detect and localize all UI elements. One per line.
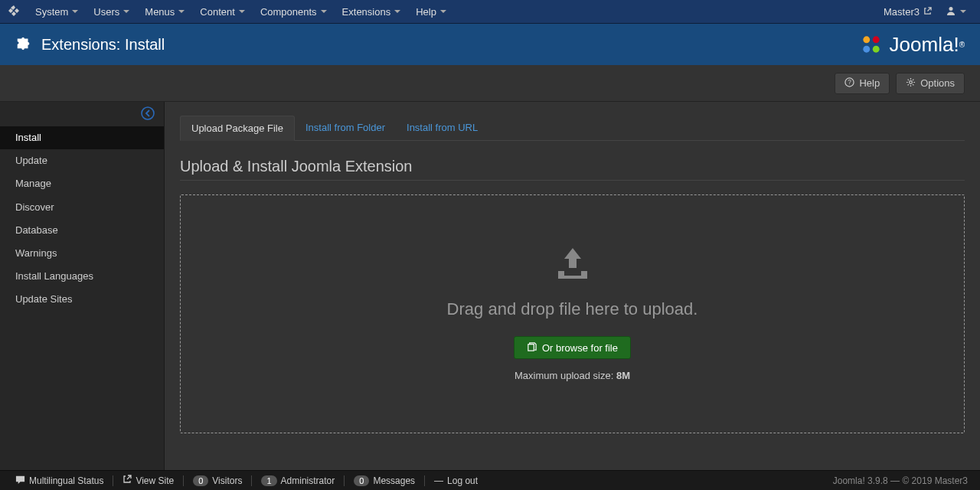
svg-point-8 [142, 107, 154, 119]
help-icon: ? [844, 77, 854, 90]
svg-point-2 [872, 36, 879, 43]
max-upload-size: Maximum upload size: 8M [514, 370, 630, 381]
footer-multilingual[interactable]: Multilingual Status [9, 475, 109, 487]
footer-administrator[interactable]: 1Administrator [255, 475, 341, 486]
sidebar-item-install[interactable]: Install [0, 126, 164, 149]
user-icon [946, 5, 956, 18]
site-link[interactable]: Master3 [884, 6, 932, 18]
browse-button[interactable]: Or browse for file [514, 336, 631, 359]
menu-users[interactable]: Users [86, 6, 137, 18]
svg-point-4 [872, 46, 879, 53]
upload-icon [554, 247, 592, 283]
tabs: Upload Package FileInstall from FolderIn… [180, 116, 965, 141]
svg-point-1 [863, 36, 870, 43]
user-menu[interactable] [939, 5, 972, 18]
external-link-icon [923, 6, 932, 18]
sidebar-item-install-languages[interactable]: Install Languages [0, 265, 164, 288]
footer-visitors[interactable]: 0Visitors [187, 475, 248, 486]
sidebar: InstallUpdateManageDiscoverDatabaseWarni… [0, 102, 165, 470]
sidebar-item-update-sites[interactable]: Update Sites [0, 288, 164, 311]
menu-help[interactable]: Help [408, 6, 454, 18]
svg-point-0 [949, 7, 953, 11]
upload-dropzone[interactable]: Drag and drop file here to upload. Or br… [180, 194, 965, 433]
tab-install-from-folder[interactable]: Install from Folder [295, 116, 396, 140]
external-link-icon [122, 475, 132, 486]
footer-logout[interactable]: — Log out [428, 475, 484, 486]
menu-extensions[interactable]: Extensions [335, 6, 409, 18]
menu-menus[interactable]: Menus [137, 6, 192, 18]
sidebar-item-discover[interactable]: Discover [0, 196, 164, 219]
sidebar-item-warnings[interactable]: Warnings [0, 242, 164, 265]
tab-upload-package-file[interactable]: Upload Package File [180, 116, 295, 141]
copy-icon [527, 341, 537, 354]
menu-content[interactable]: Content [192, 6, 253, 18]
joomla-brand[interactable]: Joomla!® [858, 32, 965, 57]
joomla-icon[interactable] [8, 5, 20, 19]
tab-install-from-url[interactable]: Install from URL [396, 116, 488, 140]
drag-text: Drag and drop file here to upload. [447, 299, 698, 319]
content-heading: Upload & Install Joomla Extension [180, 158, 965, 181]
comment-icon [15, 475, 25, 487]
sidebar-item-database[interactable]: Database [0, 219, 164, 242]
logout-icon: — [434, 475, 443, 486]
sidebar-item-manage[interactable]: Manage [0, 172, 164, 195]
svg-rect-9 [528, 345, 534, 351]
gear-icon [906, 77, 916, 90]
footer-messages[interactable]: 0Messages [348, 475, 421, 486]
help-button[interactable]: ? Help [835, 73, 890, 94]
svg-text:?: ? [848, 78, 852, 86]
svg-point-7 [910, 80, 913, 83]
menu-system[interactable]: System [28, 6, 86, 18]
footer-version: Joomla! 3.9.8 — © 2019 Master3 [833, 475, 971, 486]
sidebar-item-update[interactable]: Update [0, 149, 164, 172]
footer-view-site[interactable]: View Site [116, 475, 180, 486]
svg-point-3 [863, 46, 870, 53]
menu-components[interactable]: Components [253, 6, 335, 18]
collapse-sidebar-icon[interactable] [141, 109, 155, 122]
page-title: Extensions: Install [41, 36, 858, 54]
options-button[interactable]: Options [896, 73, 965, 94]
top-menu: System Users Menus Content Components Ex… [28, 6, 884, 18]
joomla-logo-icon [858, 32, 885, 57]
puzzle-icon [15, 34, 32, 55]
